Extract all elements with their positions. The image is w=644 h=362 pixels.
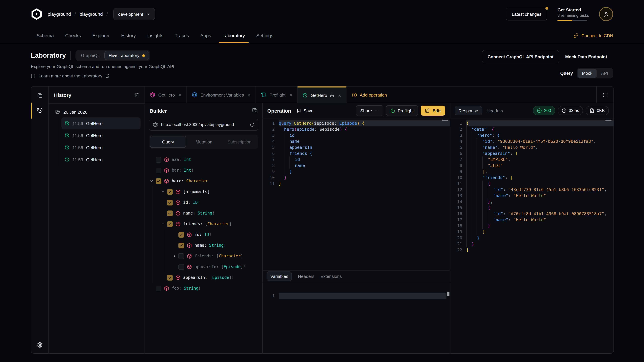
- close-icon[interactable]: ×: [290, 92, 292, 97]
- tab-response-headers[interactable]: Headers: [486, 108, 503, 113]
- code-line[interactable]: 19]: [450, 229, 614, 235]
- code-line[interactable]: 9}: [263, 169, 450, 175]
- refresh-icon[interactable]: [250, 122, 254, 127]
- save-button[interactable]: Save: [296, 108, 314, 113]
- scrollbar-thumb[interactable]: [442, 120, 448, 121]
- field-checkbox[interactable]: [167, 275, 173, 280]
- field-checkbox[interactable]: [156, 178, 161, 184]
- field-checkbox[interactable]: [167, 189, 173, 195]
- code-line[interactable]: 15{: [450, 205, 614, 211]
- code-line[interactable]: 2hero(episode: $episode) {: [263, 126, 450, 132]
- operation-tab-gethero[interactable]: GetHero×: [298, 86, 346, 103]
- close-icon[interactable]: ×: [338, 93, 341, 98]
- toggle-graphiql[interactable]: GraphiQL: [77, 51, 104, 60]
- nav-item-history[interactable]: History: [116, 28, 142, 43]
- latest-changes-button[interactable]: Latest changes: [506, 8, 548, 20]
- schema-field-row[interactable]: friends: [Character]: [150, 251, 262, 261]
- copy-minus-icon[interactable]: [252, 108, 258, 113]
- schema-field-row[interactable]: aaa: Int: [150, 154, 262, 165]
- schema-field-row[interactable]: name: String!: [150, 208, 262, 219]
- code-line[interactable]: 21}: [450, 241, 614, 247]
- get-started-widget[interactable]: Get Started 3 remaining tasks: [558, 7, 589, 21]
- mock-endpoint-button[interactable]: Mock Data Endpoint: [559, 50, 613, 63]
- code-line[interactable]: 6"appearsIn": [: [450, 150, 614, 157]
- field-checkbox[interactable]: [167, 210, 173, 216]
- code-line[interactable]: 8"JEDI": [450, 163, 614, 169]
- nav-item-checks[interactable]: Checks: [60, 28, 86, 43]
- schema-field-row[interactable]: [arguments]: [150, 186, 262, 197]
- field-checkbox[interactable]: [156, 157, 161, 162]
- operation-tab-environment-variables[interactable]: Environment Variables×: [187, 86, 256, 103]
- code-line[interactable]: 8name: [263, 163, 450, 169]
- tab-query[interactable]: Query: [150, 136, 186, 148]
- history-date-group[interactable]: 26 Jan 2026: [53, 108, 140, 117]
- mode-mock[interactable]: Mock: [578, 69, 597, 78]
- code-line[interactable]: 1query GetHero($episode: Episode) {: [263, 120, 450, 126]
- close-icon[interactable]: ×: [248, 92, 250, 97]
- field-checkbox[interactable]: [178, 253, 184, 259]
- code-line[interactable]: 13"name": "Hello World": [450, 193, 614, 199]
- nav-item-settings[interactable]: Settings: [250, 28, 279, 43]
- tab-mutation[interactable]: Mutation: [186, 136, 222, 148]
- nav-item-laboratory[interactable]: Laboratory: [217, 28, 250, 43]
- share-button[interactable]: Share ⋯: [356, 105, 383, 116]
- code-line[interactable]: 20}: [450, 235, 614, 241]
- learn-more-link[interactable]: Learn more about the Laboratory: [31, 73, 613, 78]
- history-item[interactable]: 11:56 GetHero: [62, 129, 140, 141]
- history-item[interactable]: 11:53 GetHero: [62, 153, 140, 166]
- code-line[interactable]: 9],: [450, 169, 614, 175]
- code-line[interactable]: 7"EMPIRE",: [450, 157, 614, 163]
- code-line[interactable]: 12"id": "43cdf739-81c6-45b1-b8b6-163356f…: [450, 187, 614, 193]
- schema-field-row[interactable]: bar: Int!: [150, 165, 262, 176]
- code-line[interactable]: 5"name": "Hello World",: [450, 144, 614, 150]
- response-viewer[interactable]: 1{2"data": {3"hero": {4"id": "93038304-0…: [450, 118, 614, 353]
- chevron-down-icon[interactable]: [161, 222, 167, 226]
- fullscreen-button[interactable]: [596, 86, 614, 103]
- code-line[interactable]: 1{: [450, 120, 614, 126]
- field-checkbox[interactable]: [167, 200, 173, 205]
- add-operation-button[interactable]: Add operation: [346, 86, 392, 103]
- schema-field-row[interactable]: appearsIn: [Episode]!: [150, 261, 262, 272]
- code-line[interactable]: 5appearsIn: [263, 144, 450, 150]
- schema-field-row[interactable]: friends: [Character]: [150, 219, 262, 229]
- tab-headers[interactable]: Headers: [298, 274, 314, 279]
- chevron-down-icon[interactable]: [150, 179, 156, 183]
- code-line[interactable]: 3"hero": {: [450, 132, 614, 138]
- tab-variables[interactable]: Variables: [267, 272, 292, 281]
- toggle-hive-laboratory[interactable]: Hive Laboratory: [104, 51, 149, 60]
- field-checkbox[interactable]: [156, 285, 161, 291]
- code-line[interactable]: 11}: [263, 181, 450, 187]
- code-line[interactable]: 10"friends": [: [450, 175, 614, 181]
- schema-field-row[interactable]: name: String!: [150, 240, 262, 251]
- code-line[interactable]: 18}: [450, 223, 614, 229]
- code-line[interactable]: 6friends {: [263, 150, 450, 157]
- code-line[interactable]: 16"id": "d76cfc8d-41b1-4968-b9af-0890783…: [450, 211, 614, 217]
- code-line[interactable]: 2"data": {: [450, 126, 614, 132]
- user-avatar[interactable]: [599, 7, 613, 21]
- tab-subscription[interactable]: Subscription: [222, 136, 257, 148]
- settings-gear-icon[interactable]: [37, 342, 43, 348]
- operation-tab-gethero[interactable]: GetHero×: [145, 86, 187, 103]
- code-line[interactable]: 10}: [263, 175, 450, 181]
- scrollbar-thumb[interactable]: [606, 120, 612, 121]
- collections-icon[interactable]: [37, 92, 43, 98]
- nav-item-traces[interactable]: Traces: [169, 28, 195, 43]
- preflight-button[interactable]: Preflight: [386, 105, 418, 116]
- code-line[interactable]: 11{: [450, 181, 614, 187]
- breadcrumb-project[interactable]: playground: [80, 11, 103, 17]
- mode-api[interactable]: API: [597, 69, 612, 78]
- field-checkbox[interactable]: [167, 221, 173, 227]
- field-checkbox[interactable]: [178, 264, 184, 270]
- chevron-right-icon[interactable]: [172, 254, 178, 258]
- code-line[interactable]: 4name: [263, 138, 450, 144]
- edit-button[interactable]: Edit: [421, 106, 445, 116]
- code-line[interactable]: 17"name": "Hello World": [450, 217, 614, 223]
- code-line[interactable]: 7id: [263, 157, 450, 163]
- close-icon[interactable]: ×: [179, 92, 182, 97]
- code-line[interactable]: 22}: [450, 247, 614, 253]
- trash-icon[interactable]: [134, 92, 139, 97]
- breadcrumb-org[interactable]: playground: [48, 11, 71, 17]
- schema-field-row[interactable]: id: ID!: [150, 197, 262, 208]
- code-line[interactable]: 4"id": "93038304-01a1-4f5f-b620-d6f9be51…: [450, 138, 614, 144]
- field-checkbox[interactable]: [178, 232, 184, 238]
